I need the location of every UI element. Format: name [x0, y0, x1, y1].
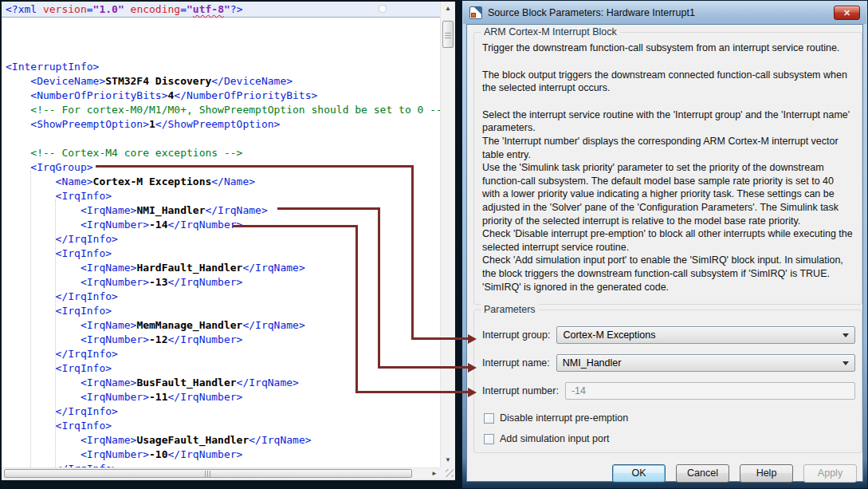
code-line: <IrqNumber>-14</IrqNumber>	[2, 218, 440, 232]
code-line: <DeviceName>STM32F4 Discovery</DeviceNam…	[2, 74, 440, 89]
description-paragraph: Use the 'Simulink task priority' paramet…	[482, 161, 854, 227]
block-parameters-icon	[469, 6, 482, 19]
code-line: <IrqInfo>	[2, 361, 440, 376]
code-line: </IrqInfo>	[2, 232, 440, 246]
scrollbar-corner	[440, 467, 455, 479]
checkbox-icon[interactable]	[484, 413, 494, 424]
code-line: <InterruptInfo>	[2, 60, 440, 74]
add-sim-input-label: Add simulation input port	[500, 433, 610, 444]
code-line: <IrqNumber>-10</IrqNumber>	[2, 448, 440, 462]
interrupt-name-row: Interrupt name: NMI_Handler	[482, 354, 855, 372]
code-line	[2, 31, 440, 45]
scroll-down-icon[interactable]: ▼	[441, 455, 455, 466]
interrupt-group-row: Interrupt group: Cortex-M Exceptions	[482, 326, 855, 344]
dialog-titlebar[interactable]: Source Block Parameters: Hardware Interr…	[463, 2, 866, 24]
groupbox-title: Parameters	[481, 304, 539, 315]
code-line: <!-- For cortex-M0/M1/M0+, ShowPreemptOp…	[2, 103, 440, 117]
code-line: <IrqGroup>	[2, 160, 440, 175]
resize-grip-icon[interactable]	[446, 469, 454, 477]
thumb-grip	[445, 31, 451, 38]
code-line: <IrqName>MemManage_Handler</IrqName>	[2, 318, 440, 333]
vertical-scrollbar-thumb[interactable]	[442, 21, 454, 48]
description-paragraph: Select the interrupt service routine wit…	[482, 108, 854, 135]
code-line: <IrqInfo>	[2, 246, 440, 261]
apply-button[interactable]: Apply	[803, 464, 857, 483]
interrupt-number-row: Interrupt number:	[482, 382, 855, 400]
source-block-parameters-dialog: Source Block Parameters: Hardware Interr…	[461, 0, 868, 489]
disable-preemption-checkbox-row[interactable]: Disable interrupt pre-emption	[484, 412, 855, 424]
code-line: <ShowPreemptOption>1</ShowPreemptOption>	[2, 117, 440, 132]
code-line	[2, 17, 440, 31]
groupbox-title: ARM Cortex-M Interrupt Block	[481, 26, 620, 37]
help-button[interactable]: Help	[740, 464, 793, 483]
description-paragraph: Check 'Add simulation input port' to ena…	[482, 254, 854, 280]
horizontal-scrollbar[interactable]: ►	[2, 467, 440, 479]
code-line	[2, 45, 440, 60]
dialog-button-row: OK Cancel Help Apply	[612, 464, 857, 483]
scroll-up-icon[interactable]: ▲	[441, 3, 455, 14]
code-area[interactable]: <?xml version="1.0" encoding="utf-8"?><I…	[2, 2, 440, 467]
code-line: <Name>Cortex-M Exceptions</Name>	[2, 175, 440, 189]
code-line	[2, 132, 440, 146]
code-line: <IrqName>BusFault_Handler</IrqName>	[2, 376, 440, 390]
horizontal-scrollbar-thumb[interactable]	[4, 469, 412, 478]
code-line: <IrqNumber>-11</IrqNumber>	[2, 390, 440, 404]
description-paragraph: Trigger the downstream function-call sub…	[482, 41, 854, 55]
interrupt-group-dropdown[interactable]: Cortex-M Exceptions	[556, 326, 855, 344]
code-line: <IrqName>UsageFault_Handler</IrqName>	[2, 433, 440, 448]
code-line: <NumberOfPriorityBits>4</NumberOfPriorit…	[2, 89, 440, 103]
code-line: <IrqInfo>	[2, 189, 440, 203]
code-line: </IrqInfo>	[2, 290, 440, 304]
interrupt-number-field[interactable]	[565, 382, 855, 400]
code-line: <IrqInfo>	[2, 419, 440, 433]
code-line: </IrqInfo>	[2, 462, 440, 467]
icon-detail	[471, 13, 476, 18]
disable-preemption-label: Disable interrupt pre-emption	[500, 412, 628, 424]
code-line: <IrqName>NMI_Handler</IrqName>	[2, 203, 440, 218]
interrupt-group-value: Cortex-M Exceptions	[563, 329, 655, 341]
code-line: <!-- Cortex-M4 core exceptions -->	[2, 146, 440, 160]
screenshot-root: <?xml version="1.0" encoding="utf-8"?><I…	[0, 0, 868, 489]
close-button[interactable]: ✕	[834, 6, 860, 20]
checkbox-icon[interactable]	[484, 434, 494, 444]
add-sim-input-checkbox-row[interactable]: Add simulation input port	[484, 433, 855, 444]
xml-editor-panel: <?xml version="1.0" encoding="utf-8"?><I…	[2, 2, 455, 480]
block-description-groupbox: ARM Cortex-M Interrupt Block Trigger the…	[473, 32, 862, 305]
description-paragraph: 'SimIRQ' is ignored in the generated cod…	[482, 281, 854, 294]
scroll-right-icon[interactable]: ►	[431, 468, 438, 479]
description-paragraph: The block output triggers the downstream…	[482, 69, 854, 95]
thumb-grip	[205, 471, 212, 477]
parameters-groupbox: Parameters Interrupt group: Cortex-M Exc…	[473, 310, 862, 453]
dialog-body: ARM Cortex-M Interrupt Block Trigger the…	[466, 24, 863, 482]
code-line: <?xml version="1.0" encoding="utf-8"?>	[2, 2, 440, 17]
chevron-down-icon	[842, 333, 849, 337]
code-line: <IrqName>HardFault_Handler</IrqName>	[2, 261, 440, 275]
ok-button[interactable]: OK	[612, 464, 666, 483]
code-line: </IrqInfo>	[2, 404, 440, 419]
code-lines: <?xml version="1.0" encoding="utf-8"?><I…	[2, 2, 440, 467]
interrupt-name-dropdown[interactable]: NMI_Handler	[556, 354, 855, 372]
code-line: </IrqInfo>	[2, 347, 440, 361]
description-paragraph: The 'Interrupt number' displays the corr…	[482, 135, 854, 161]
interrupt-group-label: Interrupt group:	[482, 329, 550, 341]
vertical-scrollbar[interactable]: ▲ ▼	[440, 2, 455, 467]
code-line: <IrqNumber>-12</IrqNumber>	[2, 333, 440, 347]
interrupt-number-label: Interrupt number:	[482, 385, 559, 396]
code-line: <IrqNumber>-13</IrqNumber>	[2, 275, 440, 290]
chevron-down-icon	[842, 361, 849, 365]
dialog-title: Source Block Parameters: Hardware Interr…	[488, 7, 695, 18]
interrupt-name-label: Interrupt name:	[482, 357, 550, 369]
interrupt-name-value: NMI_Handler	[563, 357, 622, 369]
cancel-button[interactable]: Cancel	[676, 464, 729, 483]
code-line: <IrqInfo>	[2, 304, 440, 318]
description-paragraph: Check 'Disable interrupt pre-emption' to…	[482, 227, 854, 254]
